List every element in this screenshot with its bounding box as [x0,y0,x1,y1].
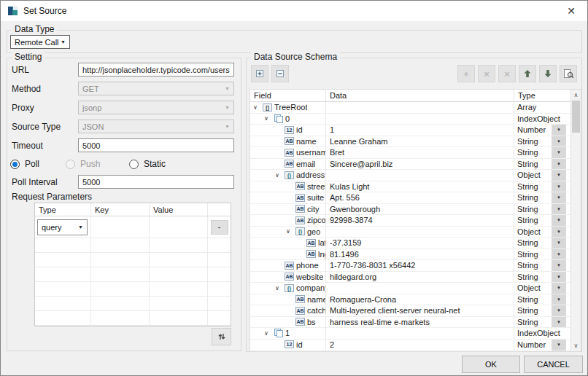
param-key-cell[interactable] [91,216,150,238]
param-cell[interactable] [91,297,150,311]
collapse-chevron-icon[interactable]: ∨ [264,115,274,122]
param-cell[interactable] [91,238,150,253]
param-cell[interactable] [150,282,208,297]
type-dropdown-button[interactable]: ▼ [552,170,566,181]
field-data[interactable]: 1 [326,125,514,136]
scroll-up-icon[interactable]: ∧ [571,90,581,101]
field-data[interactable]: hildegard.org [326,272,514,283]
schema-tree-row[interactable]: ABlng81.1496String▼ [250,249,570,261]
data-type-select[interactable]: Remote Call ▼ [10,35,70,49]
schema-tree-row[interactable]: 12id2Number▼ [250,340,570,351]
schema-tree-row[interactable]: 12id1Number▼ [250,125,570,136]
field-data[interactable]: 81.1496 [326,249,514,260]
type-dropdown-button[interactable]: ▼ [552,350,566,351]
type-dropdown-button[interactable]: ▼ [552,227,566,238]
schema-tree-row[interactable]: ∨{}companyObject▼ [250,283,570,294]
static-radio[interactable]: Static [129,159,166,169]
param-row[interactable] [35,282,231,297]
param-cell[interactable] [91,267,150,282]
param-cell[interactable] [35,238,91,253]
title-bar[interactable]: Set Source ✕ [1,1,587,21]
move-down-button[interactable] [539,65,557,82]
type-dropdown-button[interactable]: ▼ [552,192,566,203]
type-dropdown-button[interactable]: ▼ [552,294,566,305]
param-cell[interactable] [35,253,91,267]
field-data[interactable]: Multi-layered client-server neural-net [326,305,514,316]
collapse-chevron-icon[interactable]: ∨ [275,285,285,291]
type-dropdown-button[interactable]: ▼ [552,215,566,226]
field-data[interactable]: Leanne Graham [326,136,514,147]
schema-tree-row[interactable]: ∨{}addressObject▼ [250,170,570,181]
remove-param-button[interactable]: - [211,220,228,235]
param-cell[interactable] [35,282,91,297]
schema-tree-row[interactable]: ABzipcode92998-3874String▼ [250,215,570,227]
type-dropdown-button[interactable]: ▼ [552,340,566,350]
schema-tree-row[interactable]: ABnameRomaguera-CronaString▼ [250,294,570,306]
param-cell[interactable] [150,238,208,253]
collapse-chevron-icon[interactable]: ∨ [253,104,263,111]
param-type-select[interactable]: query ▼ [37,219,88,235]
schema-tree-row[interactable]: ∨1IndexObject [250,328,570,340]
param-cell[interactable] [208,297,231,311]
field-data[interactable]: Ervin Howell [326,350,514,351]
param-cell[interactable] [150,267,208,282]
schema-tree-row[interactable]: ABnameErvin HowellString▼ [250,350,570,351]
type-dropdown-button[interactable]: ▼ [552,125,566,136]
poll-radio[interactable]: Poll [10,159,39,169]
scrollbar-track[interactable] [571,133,581,340]
field-data[interactable]: 1-770-736-8031 x56442 [326,260,514,271]
field-data[interactable] [326,283,514,294]
field-data[interactable]: Sincere@april.biz [326,159,514,170]
type-dropdown-button[interactable]: ▼ [552,147,566,158]
poll-interval-input[interactable] [78,175,234,189]
schema-tree-row[interactable]: ABsuiteApt. 556String▼ [250,192,570,204]
param-cell[interactable] [208,238,231,253]
param-cell[interactable] [208,311,231,326]
param-value-cell[interactable] [150,216,208,238]
field-data[interactable]: Romaguera-Crona [326,294,514,305]
type-dropdown-button[interactable]: ▼ [552,249,566,260]
type-dropdown-button[interactable]: ▼ [552,136,566,147]
field-data[interactable]: Apt. 556 [326,192,514,203]
close-icon[interactable]: ✕ [560,3,583,19]
field-data[interactable] [326,328,514,339]
param-row[interactable] [35,238,231,253]
vertical-scrollbar[interactable]: ∧ ∨ [570,90,581,351]
type-dropdown-button[interactable]: ▼ [552,238,566,248]
param-cell[interactable] [91,282,150,297]
type-dropdown-button[interactable]: ▼ [552,204,566,215]
type-dropdown-button[interactable]: ▼ [552,272,566,283]
schema-tree-row[interactable]: ABnameLeanne GrahamString▼ [250,136,570,148]
field-data[interactable] [326,102,514,113]
scrollbar-thumb[interactable] [572,101,580,133]
field-data[interactable]: -37.3159 [326,238,514,248]
param-cell[interactable] [91,311,150,326]
field-data[interactable]: 2 [326,340,514,350]
cancel-button[interactable]: CANCEL [524,356,583,373]
collapse-all-button[interactable] [271,65,289,82]
param-cell[interactable] [91,253,150,267]
field-data[interactable]: Gwenborough [326,204,514,215]
field-data[interactable]: Kulas Light [326,181,514,192]
schema-tree-row[interactable]: ABusernameBretString▼ [250,147,570,159]
param-cell[interactable] [35,267,91,282]
param-row[interactable] [35,311,231,326]
field-data[interactable]: Bret [326,147,514,158]
collapse-chevron-icon[interactable]: ∨ [264,330,274,337]
field-data[interactable]: 92998-3874 [326,215,514,226]
type-dropdown-button[interactable]: ▼ [552,283,566,294]
field-data[interactable] [326,170,514,181]
schema-tree-row[interactable]: ∨{}geoObject▼ [250,227,570,238]
expand-all-button[interactable] [251,65,268,82]
ok-button[interactable]: OK [462,356,520,373]
type-dropdown-button[interactable]: ▼ [552,317,566,328]
schema-tree-row[interactable]: ABemailSincere@april.bizString▼ [250,159,570,171]
type-dropdown-button[interactable]: ▼ [552,305,566,316]
preview-button[interactable] [560,65,577,82]
param-row[interactable] [35,297,231,311]
move-up-button[interactable] [519,65,536,82]
collapse-chevron-icon[interactable]: ∨ [275,172,285,179]
param-row[interactable] [35,253,231,267]
refresh-button[interactable] [212,328,231,345]
timeout-input[interactable] [78,138,234,152]
